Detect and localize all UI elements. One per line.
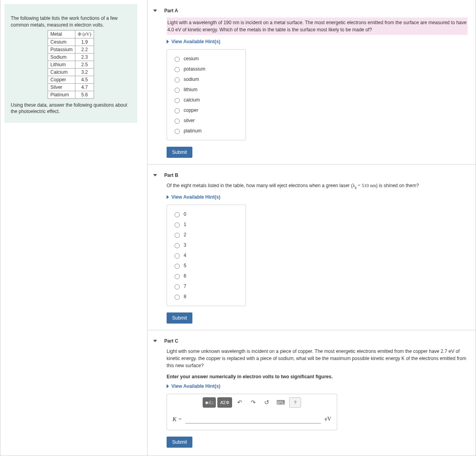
- part-c-title: Part C: [164, 338, 178, 344]
- intro-box: The following table lists the work funct…: [4, 4, 137, 123]
- part-c-section: Part C Light with some unknown wavelengt…: [148, 330, 476, 454]
- table-row: Potassium2.2: [48, 46, 94, 53]
- part-b-hints-link[interactable]: View Available Hint(s): [167, 194, 468, 200]
- option-2[interactable]: 2: [173, 230, 240, 240]
- table-header-metal: Metal: [48, 30, 75, 38]
- table-row: Platinum5.6: [48, 91, 94, 98]
- part-c-header[interactable]: Part C: [148, 334, 476, 348]
- part-b-section: Part B Of the eight metals listed in the…: [148, 164, 476, 330]
- equation-toolbar: ■√□ ΑΣΦ ↶ ↷ ↺ ⌨ ?: [167, 394, 337, 411]
- table-row: Sodium2.3: [48, 53, 94, 61]
- reset-button[interactable]: ↺: [261, 397, 273, 408]
- part-c-prompt: Light with some unknown wavelength is in…: [167, 348, 468, 369]
- option-lithium[interactable]: lithium: [173, 84, 240, 95]
- part-b-header[interactable]: Part B: [148, 169, 476, 182]
- left-panel: The following table lists the work funct…: [0, 0, 147, 456]
- part-c-submit-button[interactable]: Submit: [167, 437, 192, 448]
- part-b-title: Part B: [164, 172, 178, 178]
- chevron-right-icon: [167, 40, 169, 44]
- redo-button[interactable]: ↷: [247, 397, 259, 408]
- table-row: Calcium3.2: [48, 68, 94, 76]
- option-6[interactable]: 6: [173, 271, 240, 281]
- right-panel: Part A Light with a wavelength of 190 nm…: [147, 0, 476, 456]
- keyboard-button[interactable]: ⌨: [274, 397, 288, 408]
- table-row: Lithium2.5: [48, 61, 94, 68]
- option-calcium[interactable]: calcium: [173, 95, 240, 105]
- table-header-phi: Φ (eV): [75, 30, 94, 38]
- part-a-submit-button[interactable]: Submit: [167, 147, 192, 158]
- chevron-down-icon: [153, 174, 157, 176]
- option-0[interactable]: 0: [173, 209, 240, 219]
- chevron-right-icon: [167, 384, 169, 388]
- option-sodium[interactable]: sodium: [173, 74, 240, 84]
- part-a-options: cesium potassium sodium lithium calcium …: [167, 49, 246, 140]
- option-potassium[interactable]: potassium: [173, 64, 240, 74]
- help-button[interactable]: ?: [289, 397, 301, 408]
- part-a-hints-link[interactable]: View Available Hint(s): [167, 39, 468, 44]
- greek-letters-button[interactable]: ΑΣΦ: [217, 397, 232, 408]
- work-function-table: Metal Φ (eV) Cesium1.9 Potassium2.2 Sodi…: [48, 30, 94, 99]
- intro-text-2: Using these data, answer the following q…: [11, 102, 131, 115]
- option-silver[interactable]: silver: [173, 115, 240, 126]
- answer-unit: eV: [325, 416, 331, 422]
- undo-button[interactable]: ↶: [234, 397, 246, 408]
- option-8[interactable]: 8: [173, 291, 240, 302]
- option-cesium[interactable]: cesium: [173, 54, 240, 64]
- intro-text-1: The following table lists the work funct…: [11, 15, 131, 29]
- option-copper[interactable]: copper: [173, 105, 240, 115]
- answer-input-row: K = eV: [167, 411, 337, 430]
- table-row: Cesium1.9: [48, 38, 94, 46]
- chevron-right-icon: [167, 195, 169, 199]
- answer-lhs: K =: [173, 416, 182, 423]
- chevron-down-icon: [153, 10, 157, 12]
- answer-input[interactable]: [185, 415, 321, 423]
- option-1[interactable]: 1: [173, 219, 240, 230]
- table-row: Silver4.7: [48, 83, 94, 91]
- part-a-prompt: Light with a wavelength of 190 nm is inc…: [167, 17, 468, 35]
- part-b-submit-button[interactable]: Submit: [167, 312, 192, 324]
- part-a-header[interactable]: Part A: [148, 4, 476, 17]
- option-5[interactable]: 5: [173, 261, 240, 271]
- part-a-title: Part A: [164, 8, 178, 13]
- main-container: The following table lists the work funct…: [0, 0, 476, 456]
- option-platinum[interactable]: platinum: [173, 126, 240, 136]
- part-c-instruction: Enter your answer numerically in electro…: [167, 373, 468, 380]
- option-3[interactable]: 3: [173, 240, 240, 250]
- part-c-input-panel: ■√□ ΑΣΦ ↶ ↷ ↺ ⌨ ? K = eV: [167, 394, 337, 430]
- part-c-hints-link[interactable]: View Available Hint(s): [167, 383, 468, 389]
- chevron-down-icon: [153, 340, 157, 342]
- option-4[interactable]: 4: [173, 250, 240, 261]
- part-b-options: 0 1 2 3 4 5 6 7 8: [167, 205, 246, 306]
- part-b-prompt: Of the eight metals listed in the table,…: [167, 182, 468, 190]
- template-button[interactable]: ■√□: [203, 397, 216, 408]
- option-7[interactable]: 7: [173, 281, 240, 291]
- part-a-section: Part A Light with a wavelength of 190 nm…: [148, 0, 476, 164]
- table-row: Copper4.5: [48, 76, 94, 83]
